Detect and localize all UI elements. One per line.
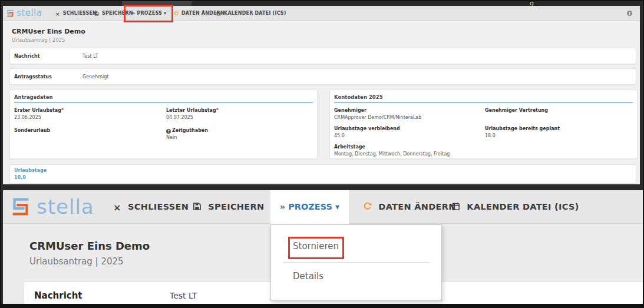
page-content: CRMUser Eins Demo Urlaubsantrag | 2025 N… (3, 21, 640, 184)
stella-logo: stella (6, 8, 42, 18)
calendar-icon (216, 11, 221, 16)
antragsdaten-card: Antragsdaten Erster Urlaubstag* 23.06.20… (9, 90, 318, 159)
save-button[interactable]: SPEICHERN (193, 190, 264, 224)
field-label: Erster Urlaubstag* (14, 108, 64, 113)
close-button[interactable]: × SCHLIESSEN (113, 190, 189, 224)
message-card: Nachricht Test LT (9, 48, 636, 64)
field-value: Nein (166, 135, 177, 140)
status-card: Antragsstatus Genehmigt (9, 68, 636, 85)
message-value: Test LT (82, 54, 98, 59)
record-subtitle: Urlaubsantrag | 2025 (29, 256, 124, 267)
process-menu-button-active[interactable]: » PROZESS ▾ (270, 190, 349, 224)
field-value: 04.07.2025 (166, 115, 193, 120)
record-subtitle: Urlaubsantrag | 2025 (12, 37, 65, 43)
menu-divider (283, 262, 430, 263)
chevron-down-icon: ▾ (335, 202, 339, 211)
field-value: 23.06.2025 (14, 115, 41, 120)
stella-logo-icon (9, 196, 32, 218)
browser-chrome-strip: g (1, 1, 643, 6)
zoomed-toolbar-view: Nachricht Test LT CRMUser Eins Demo Urla… (1, 190, 643, 305)
help-icon: ? (166, 129, 171, 134)
window-edge (1, 190, 3, 305)
refresh-icon (363, 202, 372, 211)
kontodaten-title: Kontodaten 2025 (334, 94, 383, 100)
save-icon (193, 202, 202, 211)
field-label: ?Zeitguthaben (166, 128, 208, 134)
window-edge (640, 1, 643, 184)
annotation-box-prozess (124, 5, 173, 22)
change-data-button[interactable]: DATEN ÄNDERN (363, 190, 456, 224)
field-label: Letzter Urlaubstag* (166, 108, 219, 113)
process-dropdown-menu: Stornieren Details (270, 224, 442, 301)
message-label: Nachricht (14, 54, 39, 59)
app-toolbar: stella × SCHLIESSEN SPEICHERN » PROZESS … (1, 6, 643, 21)
field-label: Arbeitstage (334, 144, 365, 150)
message-label: Nachricht (34, 290, 82, 301)
field-label: Urlaubstage verbleibend (334, 126, 400, 131)
stella-logo: stella (9, 195, 94, 218)
field-label: Genehmiger Vertretung (485, 108, 548, 113)
stella-logo-text: stella (37, 195, 94, 218)
urlaubstage-label: Urlaubstage (14, 168, 47, 173)
urlaubstage-card: Urlaubstage 10,0 (9, 164, 636, 184)
field-value: CRMApprover Demo/CRM/NinteraLab (334, 115, 421, 120)
field-value: Montag, Dienstag, Mittwoch, Donnerstag, … (334, 151, 450, 157)
field-label: Sonderurlaub (14, 128, 50, 133)
annotation-box-stornieren (288, 237, 344, 259)
required-asterisk: * (216, 108, 219, 113)
menu-item-details[interactable]: Details (293, 271, 323, 281)
kontodaten-card: Kontodaten 2025 Genehmiger CRMApprover D… (329, 90, 638, 159)
close-icon: × (113, 191, 121, 224)
record-title: CRMUser Eins Demo (12, 28, 85, 35)
chevrons-right-icon: » (280, 202, 285, 211)
save-icon (94, 11, 99, 16)
app-toolbar: stella × SCHLIESSEN SPEICHERN » PROZESS … (1, 190, 643, 224)
field-value: 18.0 (485, 133, 496, 138)
calendar-file-button[interactable]: KALENDER DATEI (ICS) (216, 6, 286, 21)
full-page-view: g stella × SCHLIESSEN SPE (1, 1, 643, 184)
screenshot-frame: g stella × SCHLIESSEN SPE (0, 0, 644, 308)
stella-logo-icon (6, 9, 15, 18)
section-underline (14, 102, 313, 103)
status-value: Genehmigt (82, 74, 108, 80)
section-underline (334, 102, 633, 103)
close-button[interactable]: × SCHLIESSEN (55, 6, 97, 21)
calendar-icon (451, 202, 460, 211)
stella-logo-text: stella (16, 8, 42, 18)
antragsdaten-title: Antragsdaten (14, 94, 52, 100)
screenshot-separator (1, 184, 643, 190)
close-icon: × (55, 7, 60, 22)
status-label: Antragsstatus (14, 74, 52, 80)
field-value: 45.0 (334, 133, 345, 138)
required-asterisk: * (61, 108, 64, 113)
help-icon[interactable]: ? (627, 11, 632, 16)
calendar-file-button[interactable]: KALENDER DATEI (ICS) (451, 190, 579, 224)
refresh-icon (174, 11, 179, 16)
field-label: Urlaubstage bereits geplant (485, 126, 560, 131)
urlaubstage-value: 10,0 (14, 175, 26, 180)
window-edge (1, 1, 3, 184)
record-title: CRMUser Eins Demo (29, 240, 150, 252)
field-label: Genehmiger (334, 108, 366, 113)
message-value: Test LT (170, 291, 197, 300)
